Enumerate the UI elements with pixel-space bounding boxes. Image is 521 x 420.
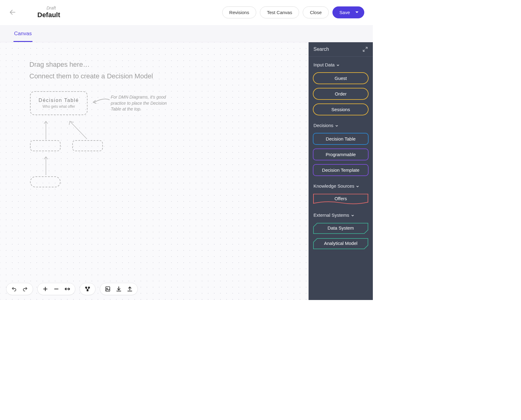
connector-arrow-2-icon — [67, 119, 91, 140]
placeholder-box-3[interactable] — [30, 176, 61, 187]
save-button[interactable]: Save — [332, 6, 364, 18]
sidebar-search-label: Search — [313, 47, 329, 52]
test-canvas-button[interactable]: Test Canvas — [260, 6, 299, 18]
save-button-label: Save — [339, 10, 350, 15]
image-export-icon[interactable] — [104, 286, 111, 292]
shape-external-analytical-model[interactable]: Analytical Model — [313, 238, 369, 249]
tabs-row: Canvas — [0, 25, 373, 42]
section-decisions-label: Decisions — [313, 123, 333, 128]
revisions-button[interactable]: Revisions — [222, 6, 256, 18]
undo-redo-group — [6, 283, 33, 295]
section-external-systems[interactable]: External Systems — [309, 207, 373, 221]
fit-width-icon[interactable] — [64, 286, 71, 292]
svg-line-2 — [70, 122, 87, 139]
redo-icon[interactable] — [22, 286, 28, 292]
decision-table-placeholder-subtitle: Who gets what offer — [43, 104, 75, 109]
chevron-down-icon — [336, 63, 339, 66]
shape-decision-programmable[interactable]: Programmable — [313, 148, 369, 160]
back-arrow-icon[interactable] — [9, 8, 17, 16]
download-icon[interactable] — [115, 286, 122, 292]
canvas-hint-1: Drag shapes here… — [29, 61, 90, 69]
upload-icon[interactable] — [126, 286, 133, 292]
shape-knowledge-offers-label: Offers — [313, 196, 369, 201]
layout-group — [80, 283, 96, 295]
title-block: Draft Default — [28, 6, 60, 19]
svg-line-12 — [88, 288, 89, 289]
placeholder-box-2[interactable] — [72, 140, 103, 151]
status-badge: Draft — [47, 6, 60, 10]
connector-arrow-1-icon — [43, 119, 49, 140]
section-input-data-label: Input Data — [313, 62, 335, 67]
annotation-text: For DMN Diagrams, it's good practice to … — [111, 94, 172, 112]
shape-knowledge-offers[interactable]: Offers — [313, 193, 369, 205]
shapes-sidebar: Search Input Data Guest Order Sessions D… — [309, 42, 373, 300]
shape-input-sessions[interactable]: Sessions — [313, 103, 369, 115]
section-external-systems-label: External Systems — [313, 212, 349, 218]
section-knowledge-sources[interactable]: Knowledge Sources — [309, 178, 373, 192]
tab-canvas[interactable]: Canvas — [13, 25, 32, 42]
app-header: Draft Default Revisions Test Canvas Clos… — [0, 0, 373, 25]
section-knowledge-sources-label: Knowledge Sources — [313, 183, 354, 189]
decision-table-placeholder-title: Décision Tablé — [39, 98, 79, 103]
annotation-arrow-icon — [91, 96, 113, 108]
zoom-out-icon[interactable] — [53, 286, 60, 292]
canvas-hint-2: Connect them to create a Decision Model — [29, 72, 153, 80]
canvas[interactable]: Drag shapes here… Connect them to create… — [0, 42, 309, 300]
chevron-down-icon — [351, 214, 354, 217]
undo-icon[interactable] — [11, 286, 17, 292]
svg-line-18 — [363, 50, 365, 51]
shape-input-order[interactable]: Order — [313, 88, 369, 100]
shape-external-analytical-model-label: Analytical Model — [313, 241, 369, 246]
page-title: Default — [37, 11, 60, 19]
svg-line-17 — [366, 47, 367, 49]
chevron-down-icon — [335, 124, 338, 127]
auto-layout-icon[interactable] — [84, 286, 91, 292]
placeholder-box-1[interactable] — [30, 140, 61, 151]
section-input-data[interactable]: Input Data — [309, 57, 373, 70]
collapse-sidebar-icon[interactable] — [362, 47, 368, 52]
close-button[interactable]: Close — [303, 6, 328, 18]
svg-rect-9 — [88, 287, 90, 289]
section-decisions[interactable]: Decisions — [309, 117, 373, 131]
main-area: Drag shapes here… Connect them to create… — [0, 42, 373, 300]
caret-down-icon — [355, 12, 358, 13]
sidebar-search[interactable]: Search — [309, 42, 373, 57]
connector-arrow-3-icon — [43, 154, 49, 175]
decision-table-placeholder[interactable]: Décision Tablé Who gets what offer — [30, 91, 88, 115]
svg-rect-10 — [87, 290, 88, 291]
shape-external-data-system-label: Data System — [313, 225, 369, 231]
shape-decision-table[interactable]: Decision Table — [313, 133, 369, 145]
zoom-group — [37, 283, 75, 295]
canvas-toolbar — [6, 283, 138, 295]
chevron-down-icon — [356, 185, 359, 188]
zoom-in-icon[interactable] — [42, 286, 49, 292]
shape-external-data-system[interactable]: Data System — [313, 223, 369, 234]
shape-decision-template[interactable]: Decision Template — [313, 164, 369, 176]
shape-input-guest[interactable]: Guest — [313, 72, 369, 84]
svg-rect-8 — [85, 287, 87, 289]
svg-line-11 — [86, 288, 88, 289]
svg-point-14 — [107, 288, 107, 289]
file-group — [100, 283, 138, 295]
canvas-content: Drag shapes here… Connect them to create… — [0, 42, 309, 300]
